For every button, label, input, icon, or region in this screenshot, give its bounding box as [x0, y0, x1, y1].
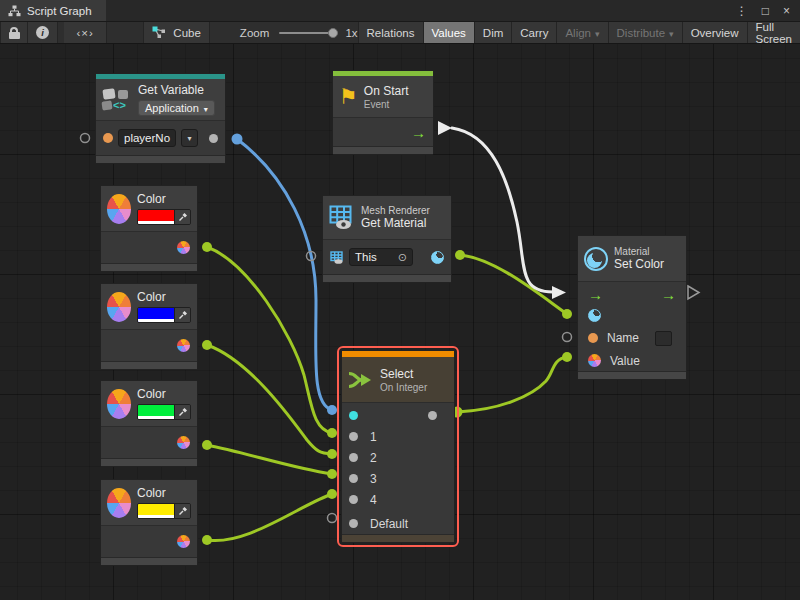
wire-getmaterial-to-setcolor[interactable]	[460, 255, 567, 314]
color-output-port[interactable]	[177, 436, 190, 449]
info-button[interactable]: i	[28, 22, 58, 43]
target-field[interactable]: This ⊙	[349, 248, 413, 266]
wire-onstart-to-setcolor[interactable]	[452, 128, 553, 292]
option-3-port[interactable]	[349, 474, 358, 483]
wire-end-dot	[202, 242, 212, 252]
unconnected-port-hint	[563, 333, 572, 342]
align-menu-button[interactable]: Align▾	[556, 22, 607, 43]
material-output-port[interactable]	[431, 251, 444, 264]
eyedropper-icon[interactable]	[174, 504, 190, 518]
graph-owner-button[interactable]: Cube	[143, 22, 210, 43]
port-variable-name-input[interactable]	[103, 133, 113, 143]
mesh-renderer-icon	[329, 205, 355, 230]
zoom-slider[interactable]	[279, 22, 338, 43]
graph-canvas[interactable]: <> Get Variable Application ▾ playerNo ▾	[0, 44, 800, 600]
variable-kind-dropdown[interactable]: Application ▾	[138, 100, 215, 116]
color-swatch[interactable]	[137, 307, 191, 323]
color-swatch[interactable]	[137, 404, 191, 420]
selection-output-port[interactable]	[428, 411, 437, 420]
node-color-blue[interactable]: Color	[100, 283, 198, 370]
port-value-output[interactable]	[209, 134, 218, 143]
option-4-port[interactable]	[349, 495, 358, 504]
selector-input-port[interactable]	[349, 411, 358, 420]
node-footer	[101, 263, 197, 271]
name-input-port[interactable]	[588, 333, 598, 343]
color-output-port[interactable]	[177, 339, 190, 352]
toggle-values[interactable]: Values	[423, 22, 474, 43]
maximize-icon[interactable]: □	[762, 4, 769, 18]
toggle-relations[interactable]: Relations	[358, 22, 423, 43]
value-row: Value	[578, 350, 686, 371]
eyedropper-icon[interactable]	[174, 210, 190, 224]
overview-button[interactable]: Overview	[682, 22, 747, 43]
material-input-port[interactable]	[588, 309, 601, 322]
toggle-dim[interactable]: Dim	[474, 22, 511, 43]
option-row: 1	[342, 426, 454, 447]
node-get-variable[interactable]: <> Get Variable Application ▾ playerNo ▾	[95, 73, 226, 164]
flow-output-port[interactable]: →	[661, 287, 676, 302]
wire-color3-to-select-3[interactable]	[207, 445, 332, 474]
color-wheel-icon	[107, 194, 131, 224]
close-icon[interactable]: ×	[783, 4, 790, 18]
eyedropper-icon[interactable]	[174, 308, 190, 322]
wire-color4-to-select-4[interactable]	[207, 494, 332, 541]
lock-button[interactable]	[0, 22, 28, 43]
flow-input-port[interactable]: →	[588, 287, 603, 302]
node-title: Select	[380, 367, 427, 381]
chevron-down-icon: ▾	[595, 29, 600, 39]
variable-name-dropdown[interactable]: ▾	[181, 129, 198, 147]
variable-name-field[interactable]: playerNo	[118, 129, 176, 147]
flow-output-port[interactable]: →	[411, 125, 426, 140]
flow-out-empty-triangle[interactable]	[688, 286, 699, 299]
node-color-red[interactable]: Color	[100, 185, 198, 272]
node-get-material[interactable]: Mesh Renderer Get Material This ⊙	[322, 195, 452, 283]
color-swatch[interactable]	[137, 503, 191, 519]
color-output-port[interactable]	[177, 241, 190, 254]
tab-script-graph[interactable]: Script Graph	[0, 0, 106, 21]
option-1-port[interactable]	[349, 432, 358, 441]
flow-out-triangle[interactable]	[438, 121, 452, 135]
wire-end-dot	[202, 440, 212, 450]
name-field[interactable]	[655, 331, 672, 346]
zoom-slider-handle[interactable]	[328, 28, 338, 38]
value-input-port[interactable]	[588, 354, 601, 367]
kebab-menu-icon[interactable]: ⋮	[736, 4, 748, 18]
wire-playerno-to-select[interactable]	[237, 139, 332, 410]
full-screen-button[interactable]: Full Screen	[747, 22, 800, 43]
breadcrumb-icon: ‹×›	[76, 27, 93, 39]
material-row	[578, 305, 686, 326]
wire-end-dot	[327, 428, 337, 438]
node-footer	[101, 361, 197, 369]
script-machine-icon	[152, 26, 167, 39]
color-swatch[interactable]	[137, 209, 191, 225]
toggle-carry[interactable]: Carry	[511, 22, 556, 43]
view-options-group: Relations Values Dim Carry Align▾ Distri…	[358, 22, 800, 43]
eyedropper-icon[interactable]	[174, 405, 190, 419]
tab-title: Script Graph	[27, 5, 92, 17]
option-default-port[interactable]	[349, 519, 358, 528]
option-row: 3	[342, 468, 454, 489]
name-row: Name	[578, 326, 686, 350]
variables-icon: <>	[102, 87, 132, 113]
node-color-green[interactable]: Color	[100, 380, 198, 467]
node-footer	[101, 458, 197, 466]
wire-end-dot	[327, 449, 337, 459]
color-wheel-icon	[107, 389, 131, 419]
node-title: On Start	[364, 84, 409, 98]
renderer-input-port[interactable]	[330, 251, 344, 264]
node-footer	[342, 534, 454, 542]
node-select-on-integer[interactable]: Select On Integer 1 2	[341, 350, 455, 543]
node-on-start[interactable]: ⚑ On Start Event →	[332, 70, 434, 155]
flow-in-triangle[interactable]	[552, 286, 566, 299]
graph-breadcrumb-button[interactable]: ‹×›	[64, 22, 107, 43]
selector-row	[342, 405, 454, 426]
node-color-yellow[interactable]: Color	[100, 479, 198, 566]
color-output-port[interactable]	[177, 535, 190, 548]
wire-color2-to-select-2[interactable]	[207, 345, 332, 454]
node-set-color[interactable]: Material Set Color → → Name	[577, 235, 687, 380]
wire-select-to-value[interactable]	[457, 357, 567, 412]
chevron-down-icon: ▾	[669, 29, 674, 39]
material-icon	[584, 247, 608, 271]
distribute-menu-button[interactable]: Distribute▾	[608, 22, 682, 43]
option-2-port[interactable]	[349, 453, 358, 462]
